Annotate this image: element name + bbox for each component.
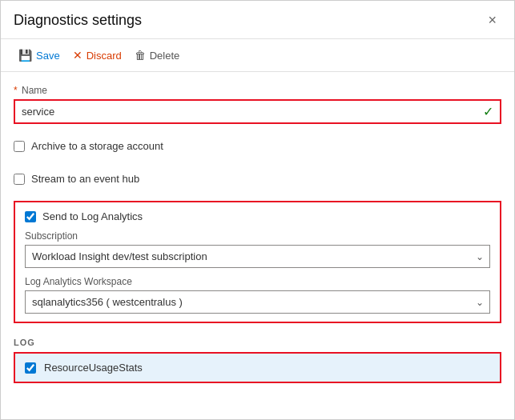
log-analytics-select-wrapper: sqlanalytics356 ( westcentralus ) ⌄ [25, 290, 490, 314]
save-icon: 💾 [18, 49, 32, 62]
send-to-log-section: Send to Log Analytics Subscription Workl… [14, 201, 501, 323]
name-label: * Name [14, 85, 501, 96]
send-to-log-checkbox[interactable] [25, 211, 36, 222]
discard-label: Discard [87, 50, 122, 62]
stream-checkbox-row: Stream to an event hub [14, 168, 501, 190]
delete-icon: 🗑 [135, 49, 146, 62]
name-input-box: ✓ [14, 99, 501, 124]
subscription-select-wrapper: Workload Insight dev/test subscription ⌄ [25, 245, 490, 268]
name-label-text: Name [22, 85, 47, 96]
archive-checkbox-row: Archive to a storage account [14, 135, 501, 157]
save-button[interactable]: 💾 Save [14, 46, 65, 65]
content-area: * Name ✓ Archive to a storage account St… [1, 72, 514, 419]
archive-label: Archive to a storage account [31, 140, 163, 152]
stream-checkbox[interactable] [14, 174, 25, 185]
log-analytics-label: Log Analytics Workspace [25, 276, 490, 287]
delete-label: Delete [150, 50, 180, 62]
log-analytics-select[interactable]: sqlanalytics356 ( westcentralus ) [25, 290, 490, 314]
subscription-field: Subscription Workload Insight dev/test s… [25, 230, 490, 268]
log-analytics-field: Log Analytics Workspace sqlanalytics356 … [25, 276, 490, 314]
save-label: Save [36, 50, 60, 62]
dialog-header: Diagnostics settings × [1, 1, 514, 39]
log-section: LOG ResourceUsageStats [14, 338, 501, 383]
delete-button[interactable]: 🗑 Delete [130, 46, 185, 65]
stream-label: Stream to an event hub [31, 173, 139, 185]
resource-usage-stats-label: ResourceUsageStats [44, 362, 143, 374]
toolbar: 💾 Save ✕ Discard 🗑 Delete [1, 39, 514, 72]
name-field-group: * Name ✓ [14, 85, 501, 124]
close-button[interactable]: × [483, 10, 501, 30]
name-input[interactable] [15, 101, 477, 122]
valid-checkmark: ✓ [477, 104, 500, 119]
discard-icon: ✕ [73, 49, 82, 62]
log-section-label: LOG [14, 338, 501, 347]
diagnostics-settings-dialog: Diagnostics settings × 💾 Save ✕ Discard … [0, 0, 515, 420]
discard-button[interactable]: ✕ Discard [68, 46, 127, 65]
log-item: ResourceUsageStats [14, 352, 501, 383]
required-star: * [14, 85, 18, 96]
subscription-select[interactable]: Workload Insight dev/test subscription [25, 245, 490, 268]
subscription-label: Subscription [25, 230, 490, 242]
archive-checkbox[interactable] [14, 141, 25, 152]
dialog-title: Diagnostics settings [14, 12, 142, 29]
resource-usage-stats-checkbox[interactable] [25, 362, 36, 374]
send-to-log-label: Send to Log Analytics [42, 210, 143, 222]
send-to-log-header: Send to Log Analytics [25, 210, 490, 222]
